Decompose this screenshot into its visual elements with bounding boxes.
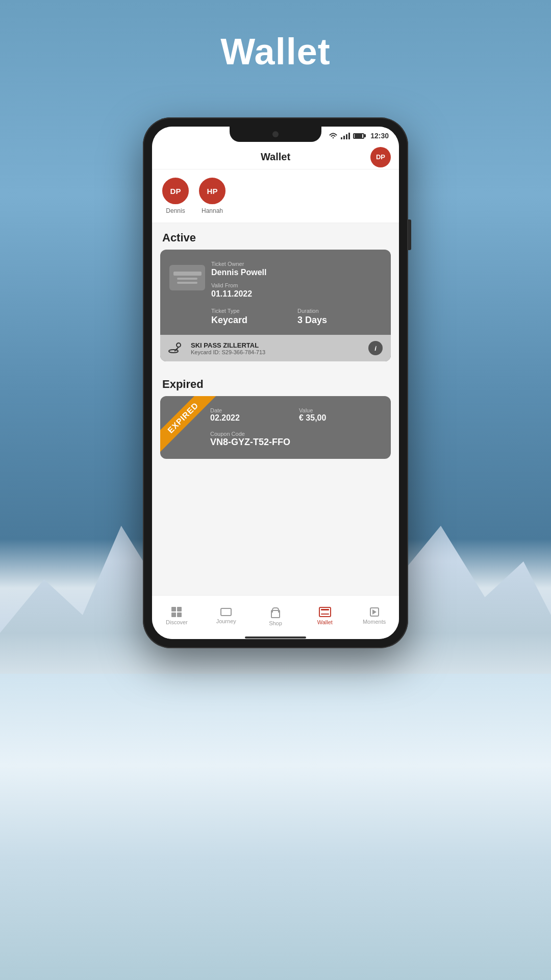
status-icons: 12:30: [329, 132, 389, 140]
info-button[interactable]: i: [368, 341, 383, 355]
nav-shop[interactable]: Shop: [251, 596, 300, 636]
shop-icon: [271, 610, 280, 618]
user-hannah[interactable]: HP Hannah: [199, 178, 226, 214]
bottom-nav: Discover Journey Shop: [152, 595, 399, 636]
ski-pass-bar[interactable]: SKI PASS ZILLERTAL Keycard ID: S29-366-7…: [160, 335, 391, 361]
home-indicator: [152, 636, 399, 639]
active-ticket-card[interactable]: Ticket Owner Dennis Powell Valid From 01…: [160, 250, 391, 361]
owner-label: Ticket Owner: [211, 261, 382, 267]
wifi-icon: [329, 132, 338, 139]
status-time: 12:30: [370, 132, 389, 140]
camera-dot: [272, 131, 279, 137]
expired-ribbon: EXPIRED: [160, 396, 217, 452]
ticket-main: Ticket Owner Dennis Powell Valid From 01…: [160, 250, 391, 335]
page-title-area: Wallet: [0, 31, 551, 72]
battery-icon: [353, 133, 364, 139]
ski-pass-info: SKI PASS ZILLERTAL Keycard ID: S29-366-7…: [191, 341, 362, 355]
valid-from-value: 01.11.2022: [211, 289, 382, 299]
coupon-value: VN8-GYZ-T52-FFO: [210, 437, 382, 448]
expired-section: Expired EXPIRED Date 02.2022: [152, 365, 399, 459]
nav-wallet[interactable]: Wallet: [300, 596, 349, 636]
ski-icon: [168, 341, 185, 355]
discover-label: Discover: [166, 619, 188, 625]
wallet-icon: [319, 607, 331, 617]
ticket-info: Ticket Owner Dennis Powell Valid From 01…: [211, 259, 382, 328]
journey-label: Journey: [216, 618, 236, 624]
header-title: Wallet: [261, 151, 290, 163]
expired-row: Date 02.2022 Value € 35,00: [210, 405, 382, 425]
type-value: Keycard: [211, 315, 295, 326]
ski-pass-name: SKI PASS ZILLERTAL: [191, 341, 362, 349]
dennis-name: Dennis: [166, 207, 185, 214]
expired-banner: EXPIRED: [160, 396, 227, 459]
users-section: DP Dennis HP Hannah: [152, 169, 399, 223]
active-label: Active: [152, 223, 399, 250]
expired-coupon: Coupon Code VN8-GYZ-T52-FFO: [210, 431, 382, 448]
discover-icon: [171, 607, 182, 617]
svg-point-1: [177, 343, 181, 347]
card-stripe-3: [177, 282, 197, 284]
phone-wrapper: 12:30 Wallet DP DP: [143, 117, 408, 648]
moments-label: Moments: [363, 619, 386, 625]
coupon-label: Coupon Code: [210, 431, 382, 437]
duration-label: Duration: [297, 308, 319, 314]
valid-from-label: Valid From: [211, 282, 382, 288]
keycard-icon: [169, 265, 205, 290]
expired-content: Date 02.2022 Value € 35,00 Coupon Code: [210, 405, 382, 448]
exp-value-label: Value: [299, 407, 382, 413]
app-header: Wallet DP: [152, 145, 399, 169]
nav-moments[interactable]: Moments: [349, 596, 399, 636]
owner-value: Dennis Powell: [211, 268, 382, 277]
svg-point-0: [169, 350, 178, 353]
phone-notch: [230, 127, 321, 142]
home-bar: [245, 636, 306, 639]
app-scrollable[interactable]: Wallet DP DP Dennis HP: [152, 145, 399, 595]
duration-value: 3 Days: [297, 315, 382, 326]
hannah-name: Hannah: [202, 207, 223, 214]
header-avatar[interactable]: DP: [370, 147, 391, 167]
expired-ticket-card[interactable]: EXPIRED Date 02.2022 Value: [160, 396, 391, 459]
journey-icon: [220, 608, 232, 616]
signal-icon: [341, 132, 350, 139]
nav-journey[interactable]: Journey: [202, 596, 251, 636]
wallet-label: Wallet: [317, 619, 333, 625]
shop-label: Shop: [269, 620, 282, 626]
ski-pass-id: Keycard ID: S29-366-784-713: [191, 349, 362, 355]
card-stripe-1: [173, 272, 202, 276]
user-dennis[interactable]: DP Dennis: [162, 178, 189, 214]
nav-discover[interactable]: Discover: [152, 596, 202, 636]
moments-icon: [370, 607, 379, 617]
phone-frame: 12:30 Wallet DP DP: [143, 117, 408, 648]
expired-label: Expired: [152, 370, 399, 396]
phone-screen: 12:30 Wallet DP DP: [152, 127, 399, 639]
page-title: Wallet: [0, 31, 551, 72]
ticket-bottom: Ticket Type Keycard Duration 3 Days: [211, 306, 382, 328]
type-label: Ticket Type: [211, 308, 240, 314]
hannah-avatar[interactable]: HP: [199, 178, 226, 204]
phone-side-button: [408, 219, 411, 250]
active-section: Active Ticket Owner: [152, 223, 399, 361]
dennis-avatar[interactable]: DP: [162, 178, 189, 204]
exp-value-value: € 35,00: [299, 413, 382, 423]
card-stripe-2: [177, 278, 197, 280]
